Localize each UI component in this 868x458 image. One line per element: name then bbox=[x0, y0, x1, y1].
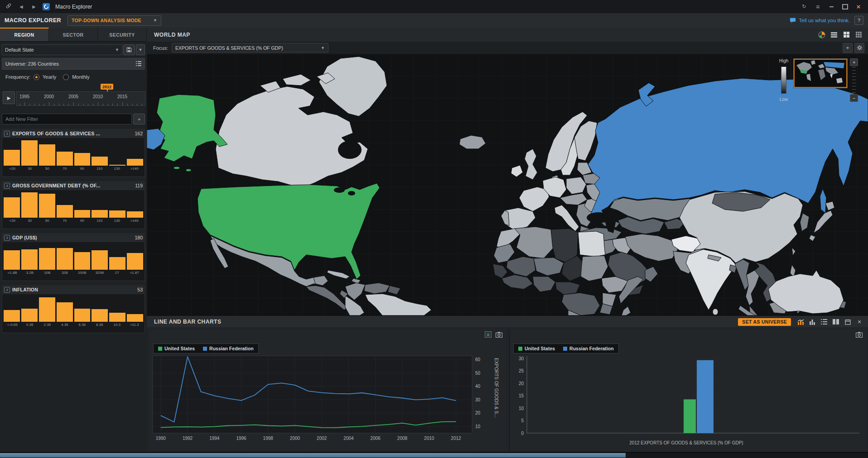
timeline-ruler[interactable]: 19952000200520102015 bbox=[16, 91, 145, 106]
bar-chart-icon[interactable] bbox=[808, 318, 816, 326]
table-view-icon[interactable] bbox=[854, 31, 863, 39]
add-focus-button[interactable]: ＋ bbox=[843, 43, 853, 53]
back-icon[interactable]: ◄ bbox=[17, 4, 25, 10]
histogram-bar[interactable] bbox=[109, 313, 125, 322]
close-icon[interactable]: × bbox=[855, 318, 863, 326]
histogram-bar[interactable] bbox=[39, 194, 55, 218]
tab-sector[interactable]: SECTOR bbox=[49, 28, 98, 41]
set-as-universe-button[interactable]: SET AS UNIVERSE bbox=[738, 318, 791, 326]
country[interactable] bbox=[578, 231, 605, 257]
zoom-in-button[interactable]: ＋ bbox=[850, 58, 858, 66]
maximize-button[interactable] bbox=[840, 3, 850, 11]
link-icon[interactable] bbox=[5, 3, 13, 10]
histogram-bar[interactable] bbox=[74, 153, 91, 166]
forward-icon[interactable]: ► bbox=[30, 4, 38, 10]
line-chart[interactable]: 1990199219941996199820002002200420062008… bbox=[152, 355, 503, 444]
monthly-label[interactable]: Monthly bbox=[72, 74, 90, 80]
list-icon[interactable] bbox=[136, 61, 141, 67]
histogram-bar[interactable] bbox=[127, 211, 143, 218]
histogram-bar[interactable] bbox=[109, 210, 125, 218]
bar-chart[interactable]: 051015202530 bbox=[511, 355, 864, 438]
tab-security[interactable]: SECURITY bbox=[98, 28, 147, 41]
save-state-button[interactable] bbox=[123, 44, 135, 55]
close-button[interactable]: × bbox=[854, 3, 863, 11]
histogram-bar[interactable] bbox=[4, 250, 20, 270]
legend-item[interactable]: United States bbox=[518, 346, 555, 351]
legend-item[interactable]: Russian Federation bbox=[563, 346, 613, 351]
state-menu-button[interactable]: ▼ bbox=[136, 44, 145, 55]
histogram-bar[interactable] bbox=[21, 140, 38, 166]
histogram-bar[interactable] bbox=[127, 253, 143, 270]
legend-item[interactable]: Russian Federation bbox=[203, 346, 253, 351]
histogram-bar[interactable] bbox=[21, 192, 38, 218]
info-icon[interactable]: i bbox=[4, 131, 10, 137]
refresh-icon[interactable]: ↻ bbox=[799, 3, 809, 11]
histogram-bar[interactable] bbox=[39, 144, 55, 166]
radio-monthly[interactable] bbox=[63, 74, 69, 80]
histogram-bar[interactable] bbox=[74, 252, 91, 270]
menu-icon[interactable]: ≡ bbox=[813, 3, 823, 11]
combo-chart-icon[interactable] bbox=[796, 318, 805, 326]
tab-region[interactable]: REGION bbox=[0, 28, 49, 41]
globe-icon[interactable] bbox=[818, 31, 826, 39]
histogram-bar[interactable] bbox=[39, 297, 55, 322]
add-filter-input[interactable] bbox=[2, 114, 132, 124]
country[interactable] bbox=[713, 309, 718, 315]
country[interactable] bbox=[186, 169, 191, 172]
country[interactable] bbox=[364, 283, 390, 294]
histogram-bar[interactable] bbox=[74, 210, 91, 218]
export-icon[interactable]: X bbox=[484, 330, 492, 339]
histogram-bar[interactable] bbox=[92, 309, 108, 322]
info-icon[interactable]: i bbox=[4, 287, 10, 293]
analysis-mode-select[interactable]: TOP-DOWN ANALYSIS MODE▼ bbox=[68, 15, 161, 26]
histogram-bar[interactable] bbox=[4, 197, 20, 218]
snapshot-icon[interactable] bbox=[495, 330, 503, 339]
calendar-icon[interactable] bbox=[844, 318, 852, 326]
rows-view-icon[interactable] bbox=[830, 31, 838, 39]
histogram-bar[interactable] bbox=[39, 248, 55, 270]
info-icon[interactable]: i bbox=[4, 183, 10, 189]
grid-view-icon[interactable] bbox=[842, 31, 850, 39]
histogram-bar[interactable] bbox=[21, 309, 38, 322]
histogram-bar[interactable] bbox=[57, 152, 73, 166]
focus-select[interactable]: EXPORTS OF GOODS & SERVICES (% OF GDP)▼ bbox=[172, 43, 328, 52]
radio-yearly[interactable] bbox=[34, 74, 39, 80]
yearly-label[interactable]: Yearly bbox=[43, 74, 56, 80]
columns-icon[interactable] bbox=[832, 318, 840, 326]
histogram-bar[interactable] bbox=[92, 210, 108, 218]
minimize-button[interactable] bbox=[826, 3, 836, 11]
minimap[interactable] bbox=[793, 58, 848, 88]
info-icon[interactable]: i bbox=[4, 235, 10, 241]
snapshot-icon[interactable] bbox=[855, 330, 863, 339]
histogram-bar[interactable] bbox=[57, 248, 73, 270]
legend-item[interactable]: United States bbox=[158, 346, 195, 351]
world-map[interactable] bbox=[147, 54, 868, 315]
country[interactable] bbox=[174, 167, 180, 169]
help-button[interactable]: ? bbox=[854, 16, 863, 25]
histogram-bar[interactable] bbox=[92, 250, 108, 270]
histogram-bar[interactable] bbox=[92, 157, 108, 166]
play-button[interactable]: ▶ bbox=[3, 91, 15, 104]
scrollbar-thumb[interactable] bbox=[0, 453, 626, 458]
feedback-link[interactable]: Tell us what you think. bbox=[790, 18, 850, 24]
histogram-bar[interactable] bbox=[57, 302, 73, 322]
histogram-bar[interactable] bbox=[4, 150, 20, 166]
histogram-bar[interactable] bbox=[74, 309, 91, 322]
universe-bar[interactable]: Universe: 236 Countries bbox=[2, 58, 145, 70]
zoom-slider[interactable] bbox=[852, 67, 856, 93]
histogram-bar[interactable] bbox=[127, 159, 143, 166]
list-icon[interactable] bbox=[820, 318, 828, 326]
filter-histogram[interactable]: <1.8B3.2B10B32B100B320B1T>1.8T bbox=[2, 242, 145, 281]
histogram-bar[interactable] bbox=[21, 249, 38, 270]
histogram-bar[interactable] bbox=[109, 257, 125, 270]
zoom-out-button[interactable]: − bbox=[850, 94, 858, 102]
filter-histogram[interactable]: <-0.650.352.354.356.358.3510.3>11.3 bbox=[2, 294, 145, 333]
horizontal-scrollbar[interactable] bbox=[0, 452, 868, 458]
filter-histogram[interactable]: <2030507090110130>140 bbox=[2, 190, 145, 229]
filter-histogram[interactable]: <2030507090110130>140 bbox=[2, 138, 145, 177]
histogram-bar[interactable] bbox=[4, 310, 20, 322]
histogram-bar[interactable] bbox=[127, 314, 143, 322]
map-settings-button[interactable] bbox=[854, 43, 864, 53]
histogram-bar[interactable] bbox=[109, 165, 125, 166]
timeline-year-flag[interactable]: 2012 bbox=[101, 84, 113, 90]
